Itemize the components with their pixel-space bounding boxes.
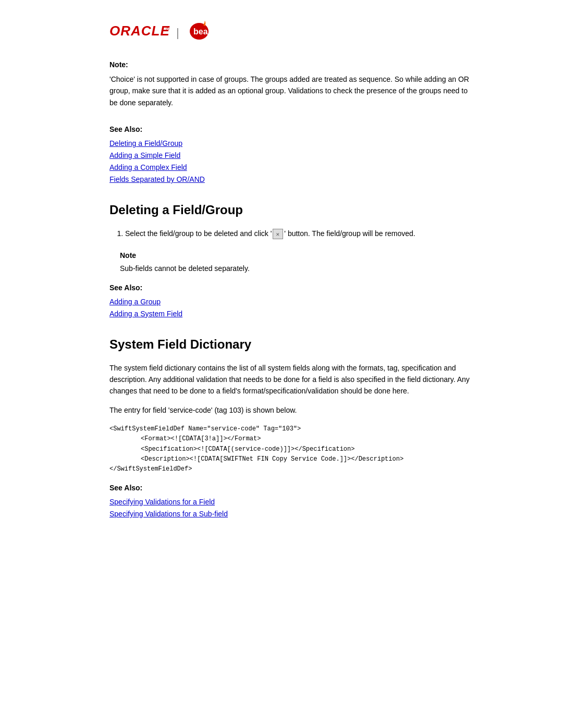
deleting-section: Deleting a Field/Group Select the field/… [109, 201, 474, 319]
list-item: Deleting a Field/Group [109, 138, 474, 149]
logo-divider-icon: | [176, 24, 179, 41]
link-fields-orand[interactable]: Fields Separated by OR/AND [109, 175, 205, 183]
list-item: Adding a System Field [109, 309, 474, 319]
deleting-heading: Deleting a Field/Group [109, 201, 474, 219]
step1-prefix: Select the field/group to be deleted and… [125, 229, 272, 238]
delete-note-box: Note Sub-fields cannot be deleted separa… [120, 250, 474, 274]
intro-note-label: Note: [109, 59, 474, 70]
intro-see-also-links: Deleting a Field/Group Adding a Simple F… [109, 138, 474, 185]
link-deleting-field-group[interactable]: Deleting a Field/Group [109, 139, 182, 147]
svg-text:ORACLE: ORACLE [109, 23, 170, 39]
link-adding-system-field[interactable]: Adding a System Field [109, 310, 182, 318]
page-container: ORACLE ® | bea Note: 'Choice' is not sup… [57, 0, 506, 566]
sfd-code-block: <SwiftSystemFieldDef Name="service-code"… [109, 424, 474, 474]
code-line-2: <Format><![CDATA[3!a]]></Format> [109, 434, 474, 444]
delete-see-also-label: See Also: [109, 282, 474, 293]
oracle-logo: ORACLE ® [109, 21, 172, 44]
sfd-heading: System Field Dictionary [109, 335, 474, 354]
list-item: Specifying Validations for a Field [109, 497, 474, 508]
link-adding-complex-field[interactable]: Adding a Complex Field [109, 163, 187, 171]
intro-see-also-label: See Also: [109, 124, 474, 135]
link-adding-simple-field[interactable]: Adding a Simple Field [109, 151, 180, 159]
code-line-3: <Specification><![CDATA[(service-code)]]… [109, 445, 474, 454]
list-item: Adding a Group [109, 297, 474, 307]
delete-note-title: Note [120, 250, 474, 261]
intro-see-also-section: See Also: Deleting a Field/Group Adding … [109, 124, 474, 185]
logo-area: ORACLE ® | bea [109, 21, 474, 44]
list-item: Specifying Validations for a Sub-field [109, 509, 474, 520]
intro-note-section: Note: 'Choice' is not supported in case … [109, 59, 474, 108]
svg-text:bea: bea [193, 27, 208, 36]
link-val-subfield[interactable]: Specifying Validations for a Sub-field [109, 510, 228, 518]
sfd-see-also-links: Specifying Validations for a Field Speci… [109, 497, 474, 520]
sfd-see-also-label: See Also: [109, 483, 474, 493]
list-item: Adding a Complex Field [109, 162, 474, 173]
code-line-5: </SwiftSystemFieldDef> [109, 464, 474, 474]
sfd-para2: The entry for field 'service-code' (tag … [109, 404, 474, 416]
deleting-steps: Select the field/group to be deleted and… [125, 228, 474, 239]
list-item: Select the field/group to be deleted and… [125, 228, 474, 239]
list-item: Fields Separated by OR/AND [109, 174, 474, 185]
code-line-4: <Description><![CDATA[SWIFTNet FIN Copy … [109, 454, 474, 464]
svg-text:®: ® [166, 26, 170, 31]
bea-logo: bea [183, 21, 211, 44]
delete-see-also-links: Adding a Group Adding a System Field [109, 297, 474, 319]
sfd-para1: The system field dictionary contains the… [109, 362, 474, 397]
link-adding-group[interactable]: Adding a Group [109, 298, 161, 306]
step1-suffix: ' button. The field/group will be remove… [284, 229, 415, 238]
intro-note-text: 'Choice' is not supported in case of gro… [109, 73, 474, 108]
link-val-field[interactable]: Specifying Validations for a Field [109, 498, 215, 506]
delete-note-text: Sub-fields cannot be deleted separately. [120, 263, 474, 274]
list-item: Adding a Simple Field [109, 150, 474, 161]
sfd-section: System Field Dictionary The system field… [109, 335, 474, 520]
delete-icon [273, 229, 283, 239]
code-line-1: <SwiftSystemFieldDef Name="service-code"… [109, 424, 474, 434]
